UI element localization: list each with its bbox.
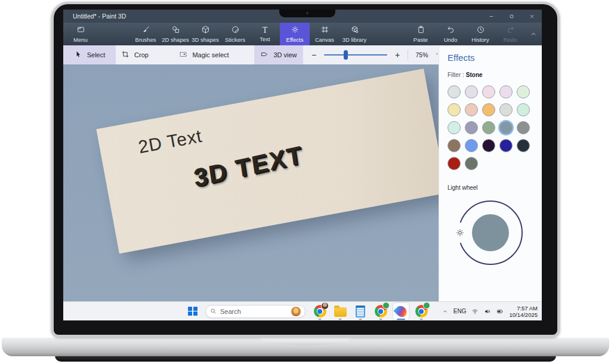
taskbar-search[interactable]: Search (205, 305, 306, 318)
camera-icon (306, 12, 308, 14)
filter-label: Filter : (448, 72, 464, 78)
laptop-base (2, 338, 609, 356)
filter-swatch-12[interactable] (465, 121, 478, 134)
history-icon (476, 25, 485, 35)
search-icon (210, 306, 217, 317)
taskbar-app-chrome-window-1[interactable] (373, 303, 388, 320)
filter-swatch-2[interactable] (465, 85, 478, 98)
taskbar-app-file-explorer[interactable] (332, 303, 348, 320)
filter-swatch-5[interactable] (517, 85, 530, 98)
shapes-2d-icon (171, 25, 180, 35)
sun-icon (291, 25, 300, 35)
divider (408, 50, 408, 60)
speaker-icon[interactable] (484, 308, 491, 315)
tray-date: 10/14/2025 (509, 311, 538, 318)
camera-notch (279, 10, 335, 17)
filter-swatch-8[interactable] (482, 103, 495, 116)
filter-swatch-20[interactable] (517, 139, 530, 152)
screen: Untitled* - Paint 3D MenuBrushes2D shape… (63, 10, 542, 320)
wifi-icon[interactable] (471, 308, 479, 315)
close-button[interactable] (521, 10, 542, 23)
clock[interactable]: 7:57 AM 10/14/2025 (509, 305, 538, 318)
filter-swatch-10[interactable] (517, 103, 530, 116)
filter-swatch-1[interactable] (448, 85, 461, 98)
drawing-canvas[interactable]: 2D Text 3D TEXT (63, 64, 439, 301)
filter-swatch-15[interactable] (517, 121, 530, 134)
filter-swatch-4[interactable] (499, 85, 513, 98)
toolbar-brushes[interactable]: Brushes (131, 23, 161, 45)
cube-icon (201, 25, 210, 35)
zoom-level[interactable]: 75% (413, 51, 430, 58)
sticker-icon (231, 25, 240, 35)
toolbar-effects[interactable]: Effects (280, 23, 310, 45)
filter-swatch-11[interactable] (448, 121, 461, 134)
filter-swatch-19[interactable] (499, 139, 513, 152)
toolbar-history[interactable]: History (465, 23, 495, 45)
filter-swatch-3[interactable] (482, 85, 495, 98)
search-placeholder: Search (220, 308, 288, 315)
filter-swatch-21[interactable] (448, 157, 461, 170)
tray-chevron-up-icon[interactable] (442, 309, 448, 314)
sun-handle-icon[interactable] (455, 228, 465, 237)
collapse-ribbon-button[interactable] (525, 23, 542, 45)
filter-swatch-22[interactable] (465, 157, 478, 170)
taskbar-app-paint-3d[interactable] (393, 303, 409, 320)
filter-swatch-17[interactable] (465, 139, 478, 152)
maximize-button[interactable] (501, 10, 521, 23)
taskbar-app-chrome-profile[interactable] (312, 303, 328, 320)
zoom-in-button[interactable]: + (393, 50, 402, 60)
zoom-out-button[interactable]: − (309, 50, 319, 60)
toolbar-redo[interactable]: Redo (495, 23, 525, 45)
main-toolbar: MenuBrushes2D shapes3D shapesStickersTTe… (63, 23, 542, 45)
toolbar-paste[interactable]: Paste (406, 23, 436, 45)
light-wheel-core[interactable] (472, 214, 509, 251)
crop-icon (121, 50, 129, 60)
tray-time: 7:57 AM (509, 305, 538, 311)
filter-swatch-6[interactable] (448, 103, 461, 116)
ribbon-crop[interactable]: Crop (116, 45, 154, 64)
laptop-lid-scoop (260, 338, 351, 346)
system-tray: ENG 7:57 AM 10/14/2025 (442, 302, 538, 320)
zoom-slider-thumb[interactable] (344, 50, 348, 60)
windows-logo-icon (188, 307, 198, 316)
toolbar-3d-shapes[interactable]: 3D shapes (190, 23, 220, 45)
filter-swatch-14[interactable] (499, 121, 513, 134)
language-indicator[interactable]: ENG (453, 308, 467, 314)
effects-panel: Effects Filter :Stone Light wheel (439, 45, 542, 301)
toolbar-canvas[interactable]: Canvas (310, 23, 340, 45)
redo-icon (506, 25, 515, 35)
start-button[interactable] (186, 304, 200, 319)
running-indicator (339, 319, 342, 320)
light-wheel[interactable] (448, 195, 533, 273)
taskbar-app-notepad[interactable] (353, 303, 368, 320)
ribbon-select[interactable]: Select (63, 45, 116, 64)
toolbar-2d-shapes[interactable]: 2D shapes (161, 23, 190, 45)
canvas-2d-text[interactable]: 2D Text (137, 126, 204, 158)
notification-badge (382, 302, 390, 309)
undo-icon (446, 25, 455, 35)
filter-swatch-16[interactable] (448, 139, 461, 152)
window-controls (481, 10, 542, 23)
canvas-paper[interactable]: 2D Text 3D TEXT (96, 69, 439, 254)
filter-swatch-7[interactable] (465, 103, 478, 116)
text-t-icon: T (263, 26, 268, 35)
zoom-slider[interactable] (324, 51, 387, 59)
toolbar-3d-library[interactable]: 3D library (340, 23, 369, 45)
filter-swatch-9[interactable] (499, 103, 513, 116)
search-highlight-image[interactable] (291, 307, 301, 316)
ribbon-3d-view[interactable]: 3D view (254, 45, 303, 64)
toolbar-text[interactable]: TText (250, 23, 280, 45)
minimize-button[interactable] (481, 10, 501, 23)
toolbar-stickers[interactable]: Stickers (220, 23, 250, 45)
canvas-frame-icon (320, 25, 329, 35)
paste-icon (416, 25, 425, 35)
battery-icon[interactable] (496, 308, 504, 315)
cursor-icon (74, 50, 82, 60)
filter-swatch-18[interactable] (482, 139, 495, 152)
toolbar-menu[interactable]: Menu (63, 23, 98, 45)
toolbar-undo[interactable]: Undo (436, 23, 465, 45)
ribbon-magic-select[interactable]: Magic select (154, 45, 254, 64)
canvas-3d-text[interactable]: 3D TEXT (192, 140, 305, 193)
taskbar-app-chrome-window-2[interactable] (413, 303, 429, 320)
filter-swatch-13[interactable] (482, 121, 495, 134)
